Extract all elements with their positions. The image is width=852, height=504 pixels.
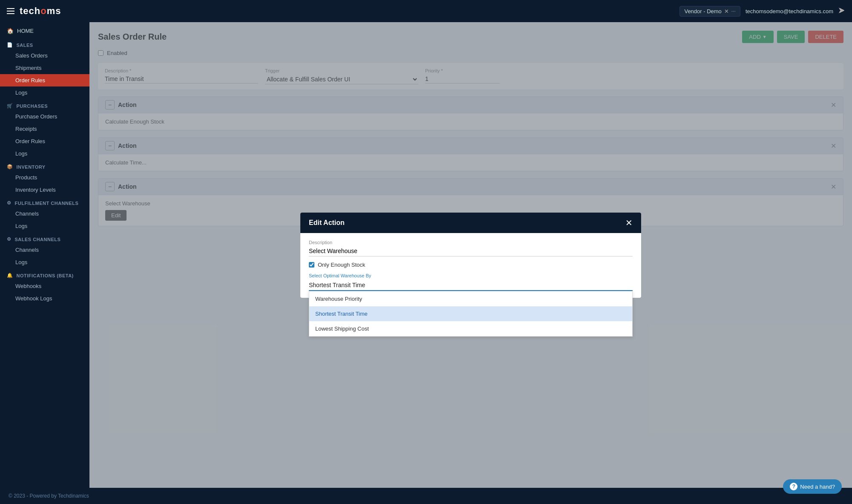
help-label: Need a hand? <box>800 484 835 490</box>
sales-channels-icon: ⚙ <box>7 236 12 242</box>
modal-dropdown-field: Select Optimal Warehouse By ▲ Warehouse … <box>309 273 633 291</box>
help-icon: ? <box>790 483 797 490</box>
only-enough-stock-label: Only Enough Stock <box>318 262 365 268</box>
modal-description-field: Description <box>309 240 633 256</box>
inventory-icon: 📦 <box>7 164 13 170</box>
modal-dropdown-label: Select Optimal Warehouse By <box>309 273 633 278</box>
dropdown-option-lowest-shipping[interactable]: Lowest Shipping Cost <box>309 321 632 336</box>
vendor-badge: Vendor - Demo ✕ ··· <box>679 6 740 17</box>
dropdown-option-shortest-transit[interactable]: Shortest Transit Time <box>309 306 632 321</box>
topbar-right: Vendor - Demo ✕ ··· techomsodemo@techdin… <box>679 6 845 17</box>
modal-close-button[interactable]: ✕ <box>625 218 633 228</box>
sidebar-item-receipts[interactable]: Receipts <box>0 123 89 135</box>
inventory-label: INVENTORY <box>17 164 46 170</box>
sidebar-item-purchase-order-rules[interactable]: Order Rules <box>0 135 89 147</box>
notifications-icon: 🔔 <box>7 273 13 278</box>
sidebar-item-shipments[interactable]: Shipments <box>0 62 89 74</box>
dropdown-option-warehouse-priority[interactable]: Warehouse Priority <box>309 291 632 306</box>
sales-icon: 📄 <box>7 42 13 48</box>
sidebar-group-fulfillment: ⚙ FULFILLMENT CHANNELS <box>0 196 89 207</box>
sidebar-item-fulfillment-logs[interactable]: Logs <box>0 220 89 232</box>
sidebar-item-sales-logs[interactable]: Logs <box>0 86 89 99</box>
modal-dropdown-input[interactable] <box>309 280 633 291</box>
modal-body: Description Only Enough Stock Select Opt… <box>300 233 641 298</box>
sales-label: SALES <box>17 43 33 48</box>
sidebar-item-home[interactable]: 🏠 HOME <box>0 24 89 38</box>
footer: © 2023 - Powered by Techdinamics <box>0 488 852 504</box>
sidebar-home-label: HOME <box>17 28 34 34</box>
sidebar-item-inventory-levels[interactable]: Inventory Levels <box>0 184 89 196</box>
sidebar-item-purchase-orders[interactable]: Purchase Orders <box>0 110 89 123</box>
notifications-label: NOTIFICATIONS (BETA) <box>17 273 74 278</box>
sidebar-item-webhooks[interactable]: Webhooks <box>0 280 89 292</box>
sidebar-item-sales-orders[interactable]: Sales Orders <box>0 49 89 62</box>
home-icon: 🏠 <box>7 28 14 34</box>
sidebar-item-products[interactable]: Products <box>0 171 89 184</box>
modal-dropdown-options: Warehouse Priority Shortest Transit Time… <box>309 291 633 337</box>
hamburger-icon[interactable] <box>7 8 14 14</box>
modal-title: Edit Action <box>309 219 345 227</box>
fulfillment-icon: ⚙ <box>7 200 12 206</box>
logo: techoms <box>20 6 61 17</box>
sidebar-item-webhook-logs[interactable]: Webhook Logs <box>0 292 89 305</box>
vendor-label: Vendor - Demo <box>684 8 721 14</box>
modal-header: Edit Action ✕ <box>300 213 641 233</box>
sidebar-item-sales-channels-logs[interactable]: Logs <box>0 256 89 268</box>
sales-channels-label: SALES CHANNELS <box>15 237 61 242</box>
modal-checkbox-row: Only Enough Stock <box>309 262 633 268</box>
sidebar-group-notifications: 🔔 NOTIFICATIONS (BETA) <box>0 268 89 280</box>
main-layout: 🏠 HOME 📄 SALES Sales Orders Shipments Or… <box>0 22 852 488</box>
topbar-left: techoms <box>7 6 61 17</box>
sidebar: 🏠 HOME 📄 SALES Sales Orders Shipments Or… <box>0 22 89 488</box>
sidebar-item-sales-channels[interactable]: Channels <box>0 244 89 256</box>
sidebar-group-sales: 📄 SALES <box>0 38 89 49</box>
user-email: techomsodemo@techdinamics.com <box>746 8 833 14</box>
purchases-label: PURCHASES <box>17 104 48 109</box>
vendor-close-icon[interactable]: ✕ <box>724 8 729 14</box>
sidebar-group-sales-channels: ⚙ SALES CHANNELS <box>0 232 89 244</box>
fulfillment-label: FULFILLMENT CHANNELS <box>15 201 79 206</box>
sidebar-group-inventory: 📦 INVENTORY <box>0 160 89 171</box>
footer-text: © 2023 - Powered by Techdinamics <box>9 493 89 499</box>
content-area: Sales Order Rule ADD ▼ SAVE DELETE Enabl… <box>89 22 852 488</box>
vendor-dots-icon[interactable]: ··· <box>731 8 736 14</box>
only-enough-stock-checkbox[interactable] <box>309 262 314 268</box>
purchases-icon: 🛒 <box>7 103 13 109</box>
modal-description-label: Description <box>309 240 633 245</box>
topbar: techoms Vendor - Demo ✕ ··· techomsodemo… <box>0 0 852 22</box>
help-button[interactable]: ? Need a hand? <box>783 479 842 494</box>
sidebar-group-purchases: 🛒 PURCHASES <box>0 99 89 110</box>
sidebar-item-order-rules[interactable]: Order Rules <box>0 74 89 86</box>
modal-description-input[interactable] <box>309 246 633 256</box>
sidebar-item-fulfillment-channels[interactable]: Channels <box>0 207 89 220</box>
logout-icon[interactable]: ⮞ <box>838 7 845 15</box>
sidebar-item-purchase-logs[interactable]: Logs <box>0 147 89 160</box>
edit-action-modal: Edit Action ✕ Description Only Enough St… <box>300 213 641 298</box>
